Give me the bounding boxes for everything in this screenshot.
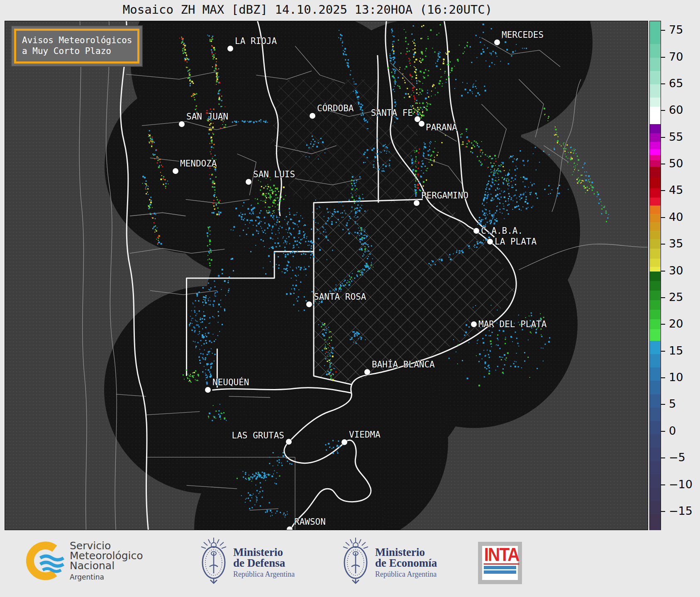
defensa-coat-of-arms-icon — [198, 537, 229, 588]
defensa-name-line1: Ministerio — [233, 547, 295, 558]
smn-name-line3: Nacional — [70, 561, 143, 571]
city-label: PARANÁ — [426, 122, 457, 132]
radar-mosaic-screen: Mosaico ZH MAX [dBZ] 14.10.2025 13:20HOA… — [0, 0, 700, 597]
city-label: SAN JUAN — [186, 112, 228, 122]
colorbar-tick-label: −15 — [669, 504, 693, 517]
colorbar-tick-label: −5 — [669, 451, 685, 464]
page-title: Mosaico ZH MAX [dBZ] 14.10.2025 13:20HOA… — [5, 2, 610, 17]
inta-bar-1 — [484, 566, 516, 569]
economia-name-line2: de Economía — [375, 558, 437, 568]
city-label: NEUQUÉN — [212, 377, 249, 387]
colorbar — [649, 21, 661, 530]
warning-line-2: a Muy Corto Plazo — [22, 46, 137, 56]
smn-logo-text: Servicio Meteorológico Nacional Argentin… — [70, 541, 143, 581]
city-dot — [341, 439, 347, 445]
economia-coat-of-arms-icon — [340, 537, 371, 588]
colorbar-tick — [661, 324, 665, 325]
colorbar-tick-label: 65 — [669, 77, 683, 90]
smn-country: Argentina — [70, 573, 143, 581]
footer-logos-bar: Servicio Meteorológico Nacional Argentin… — [0, 530, 700, 597]
colorbar-tick — [661, 164, 665, 164]
colorbar-tick — [661, 377, 665, 378]
colorbar-tick-label: 20 — [669, 317, 683, 330]
economia-logo-text: Ministerio de Economía República Argenti… — [375, 547, 437, 579]
city-dot — [246, 179, 251, 185]
city-dot — [473, 228, 479, 234]
city-dot — [471, 321, 477, 327]
city-label: MERCEDES — [502, 30, 544, 40]
colorbar-tick — [661, 511, 665, 512]
colorbar-tick — [661, 297, 665, 298]
colorbar-tick-label: 35 — [669, 237, 683, 250]
colorbar-tick-label: 10 — [669, 371, 683, 384]
colorbar-tick-label: −10 — [669, 477, 693, 490]
colorbar-tick — [661, 217, 665, 218]
colorbar-tick-label: 0 — [669, 424, 676, 437]
city-label: PERGAMINO — [421, 191, 468, 201]
defensa-subtitle: República Argentina — [233, 570, 295, 579]
city-dot — [310, 113, 315, 119]
defensa-logo-text: Ministerio de Defensa República Argentin… — [233, 547, 295, 579]
city-label: CÓRDOBA — [317, 103, 354, 113]
city-label: MENDOZA — [180, 159, 217, 169]
city-dot — [227, 46, 233, 51]
colorbar-tick — [661, 83, 665, 84]
city-dot — [494, 39, 500, 45]
colorbar-tick — [661, 484, 665, 485]
warning-line-1: Avisos Meteorológicos — [22, 35, 137, 46]
smn-logo — [26, 541, 66, 582]
colorbar-tick-label: 55 — [669, 130, 683, 143]
warning-box[interactable]: Avisos Meteorológicos a Muy Corto Plazo — [11, 25, 143, 67]
city-label: SAN LUIS — [253, 169, 295, 179]
radar-map: LA RIOJAMERCEDESSAN JUANCÓRDOBASANTA FEP… — [5, 21, 648, 530]
colorbar-tick — [661, 57, 665, 58]
colorbar-tick — [661, 137, 665, 138]
city-label: RAWSON — [294, 517, 326, 527]
city-dot — [205, 387, 211, 393]
city-dot — [419, 121, 424, 127]
city-label: LA RIOJA — [235, 36, 277, 46]
colorbar-tick — [661, 30, 665, 31]
colorbar-tick — [661, 431, 665, 432]
city-label: MAR DEL PLATA — [478, 319, 546, 329]
colorbar-tick — [661, 458, 665, 458]
colorbar-tick — [661, 351, 665, 352]
smn-logo-icon — [26, 541, 66, 581]
city-label: SANTA ROSA — [314, 292, 366, 302]
city-dot — [414, 200, 420, 206]
colorbar-tick — [661, 110, 665, 111]
colorbar-tick-label: 70 — [669, 50, 683, 63]
city-label: SANTA FE — [371, 108, 413, 118]
colorbar-tick — [661, 190, 665, 191]
colorbar-tick — [661, 244, 665, 245]
city-dot — [364, 369, 370, 375]
cities-layer: LA RIOJAMERCEDESSAN JUANCÓRDOBASANTA FEP… — [5, 21, 648, 530]
city-dot — [173, 168, 178, 174]
colorbar-tick-label: 40 — [669, 210, 683, 223]
warning-box-frame: Avisos Meteorológicos a Muy Corto Plazo — [14, 29, 139, 64]
colorbar-tick-label: 30 — [669, 264, 683, 276]
colorbar-tick-label: 75 — [669, 23, 683, 36]
colorbar-tick-label: 45 — [669, 184, 683, 196]
inta-logo: INTA — [478, 542, 522, 584]
defensa-name-line2: de Defensa — [233, 558, 295, 568]
economia-name-line1: Ministerio — [375, 547, 437, 558]
colorbar-tick — [661, 271, 665, 272]
inta-logo-inner: INTA — [482, 546, 518, 580]
city-dot — [306, 301, 312, 307]
city-dot — [487, 239, 493, 245]
city-label: C.A.B.A. — [481, 226, 523, 236]
city-label: VIEDMA — [349, 430, 380, 440]
colorbar-tick-label: 25 — [669, 291, 683, 303]
colorbar-tick — [661, 404, 665, 405]
colorbar-tick-label: 50 — [669, 157, 683, 170]
inta-label: INTA — [484, 546, 520, 565]
economia-subtitle: República Argentina — [375, 570, 437, 579]
colorbar-tick-label: 60 — [669, 103, 683, 116]
city-label: LAS GRUTAS — [232, 431, 284, 440]
city-dot — [287, 526, 293, 530]
city-dot — [286, 439, 292, 445]
colorbar-tick-label: 5 — [669, 397, 676, 410]
city-label: BAHÍA BLANCA — [372, 360, 435, 369]
city-dot — [179, 121, 185, 127]
